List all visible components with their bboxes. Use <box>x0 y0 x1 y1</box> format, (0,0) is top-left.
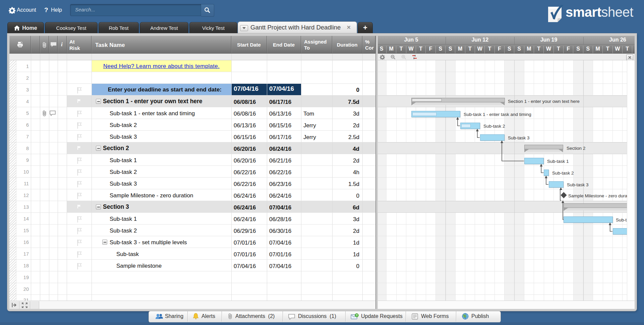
svg-text:?: ? <box>356 314 357 317</box>
